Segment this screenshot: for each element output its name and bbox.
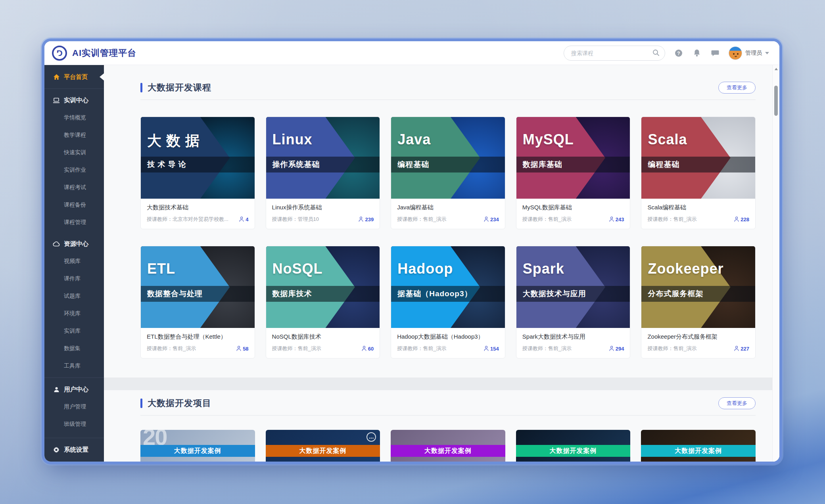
search-icon[interactable]	[652, 49, 660, 57]
person-icon	[484, 217, 489, 222]
student-count: 4	[239, 217, 248, 222]
course-thumbnail: Zookeeper 分布式服务框架	[641, 246, 755, 328]
course-thumbnail: MySQL 数据库基础	[516, 117, 630, 199]
section-title: 大数据开发项目	[148, 397, 211, 409]
course-card[interactable]: NoSQL 数据库技术 NoSQL数据库技术 授课教师：售前_演示 60	[266, 246, 380, 358]
course-teacher: 授课教师：售前_演示	[647, 216, 731, 223]
course-title: ETL数据整合与处理（Kettle）	[147, 333, 249, 341]
sidebar-item[interactable]: 实训库	[44, 322, 104, 340]
project-card-grid: 20 大数据开发案例 ... 大数据开发案例 大数据开发案例 大数据开发案例	[140, 430, 756, 462]
sidebar-item[interactable]: 教学课程	[44, 126, 104, 144]
course-card[interactable]: Java 编程基础 Java编程基础 授课教师：售前_演示 234	[391, 117, 505, 229]
sidebar-item[interactable]: 课程管理	[44, 214, 104, 231]
student-count: 234	[484, 217, 499, 222]
person-icon	[236, 346, 241, 351]
course-thumbnail: 大 数 据 技 术 导 论	[141, 117, 255, 199]
student-count: 294	[609, 346, 624, 352]
student-count: 239	[359, 217, 374, 222]
course-thumbnail: Linux 操作系统基础	[266, 117, 380, 199]
notification-bell-icon[interactable]	[692, 48, 702, 58]
view-more-button[interactable]: 查看更多	[718, 82, 756, 94]
person-icon	[734, 217, 739, 222]
main-content: 大数据开发课程 查看更多 大 数 据 技 术 导 论 大数据技术基础	[104, 65, 779, 462]
search-box	[564, 46, 665, 61]
active-item-notch	[100, 73, 104, 80]
project-card[interactable]: ... 大数据开发案例	[266, 430, 380, 462]
sidebar-item[interactable]: 数据集	[44, 340, 104, 357]
course-title: Spark大数据技术与应用	[522, 333, 624, 341]
user-avatar	[729, 46, 742, 60]
course-card[interactable]: Spark 大数据技术与应用 Spark大数据技术与应用 授课教师：售前_演示 …	[516, 246, 631, 358]
home-icon	[52, 74, 60, 80]
sidebar-group-system-settings[interactable]: 系统设置	[44, 441, 104, 458]
sidebar-item[interactable]: 实训作业	[44, 161, 104, 179]
course-teacher: 授课教师：售前_演示	[397, 345, 481, 352]
sidebar-item[interactable]: 班级管理	[44, 416, 104, 433]
scroll-up-arrow-icon[interactable]	[775, 68, 778, 70]
messages-icon[interactable]	[710, 48, 720, 58]
course-card[interactable]: ETL 数据整合与处理 ETL数据整合与处理（Kettle） 授课教师：售前_演…	[140, 246, 255, 358]
sidebar-item[interactable]: 用户管理	[44, 398, 104, 416]
sidebar-item[interactable]: 课程考试	[44, 179, 104, 196]
section-big-data-projects: 大数据开发项目 查看更多 20 大数据开发案例 ... 大数据开发案例	[104, 390, 779, 462]
sidebar-group-resource-center[interactable]: 资源中心	[44, 235, 104, 253]
sidebar-item[interactable]: 课程备份	[44, 196, 104, 214]
section-accent-bar	[140, 399, 142, 408]
laptop-icon	[52, 98, 60, 103]
section-big-data-courses: 大数据开发课程 查看更多 大 数 据 技 术 导 论 大数据技术基础	[104, 65, 779, 378]
sidebar-item[interactable]: 课件库	[44, 270, 104, 287]
course-thumbnail: Spark 大数据技术与应用	[516, 246, 630, 328]
vertical-scrollbar[interactable]	[772, 65, 779, 462]
section-divider	[140, 100, 756, 100]
course-thumbnail: Scala 编程基础	[641, 117, 755, 199]
project-card[interactable]: 大数据开发案例	[391, 430, 505, 462]
sidebar-item[interactable]: 试题库	[44, 287, 104, 305]
section-gap	[104, 378, 779, 390]
help-icon[interactable]: ?	[674, 48, 683, 58]
app-header: D AI实训管理平台 ?	[44, 41, 779, 65]
sidebar-item[interactable]: 工具库	[44, 357, 104, 375]
cloud-icon	[52, 241, 60, 247]
course-teacher: 授课教师：售前_演示	[522, 216, 606, 223]
course-card[interactable]: Hadoop 据基础（Hadoop3） Hadoop大数据基础（Hadoop3）…	[391, 246, 505, 358]
student-count: 228	[734, 217, 749, 222]
student-count: 58	[236, 346, 248, 352]
search-input[interactable]	[564, 46, 665, 61]
gear-icon	[52, 447, 60, 453]
chevron-down-icon	[765, 52, 769, 54]
sidebar-divider	[44, 378, 104, 378]
course-card[interactable]: Linux 操作系统基础 Linux操作系统基础 授课教师：管理员10 239	[266, 117, 380, 229]
course-title: MySQL数据库基础	[522, 204, 624, 211]
sidebar-item[interactable]: 视频库	[44, 253, 104, 270]
sidebar-item[interactable]: 环境库	[44, 305, 104, 322]
person-icon	[734, 346, 739, 351]
ellipsis-badge-icon: ...	[366, 432, 376, 442]
course-card[interactable]: Scala 编程基础 Scala编程基础 授课教师：售前_演示 228	[641, 117, 756, 229]
sidebar-item-home[interactable]: 平台首页	[44, 68, 104, 86]
view-more-button[interactable]: 查看更多	[718, 397, 756, 409]
user-menu[interactable]: 管理员	[729, 46, 769, 60]
sidebar-item[interactable]: 快速实训	[44, 144, 104, 161]
course-card[interactable]: MySQL 数据库基础 MySQL数据库基础 授课教师：售前_演示 243	[516, 117, 631, 229]
project-banner: 大数据开发案例	[516, 445, 631, 457]
course-card[interactable]: 大 数 据 技 术 导 论 大数据技术基础 授课教师：北京市对外贸易学校教...…	[140, 117, 255, 229]
course-thumbnail: ETL 数据整合与处理	[141, 246, 255, 328]
scrollbar-thumb[interactable]	[774, 86, 778, 116]
course-thumbnail: Java 编程基础	[391, 117, 505, 199]
course-title: Java编程基础	[397, 204, 499, 211]
sidebar-group-user-center[interactable]: 用户中心	[44, 381, 104, 398]
course-title: 大数据技术基础	[147, 204, 249, 211]
project-card[interactable]: 大数据开发案例	[641, 430, 756, 462]
sidebar-group-training-center[interactable]: 实训中心	[44, 92, 104, 109]
app-logo-icon: D	[52, 45, 67, 61]
course-title: Scala编程基础	[647, 204, 749, 211]
project-card[interactable]: 20 大数据开发案例	[140, 430, 255, 462]
project-banner: 大数据开发案例	[641, 445, 756, 457]
course-title: Hadoop大数据基础（Hadoop3）	[397, 333, 499, 341]
project-card[interactable]: 大数据开发案例	[516, 430, 631, 462]
course-thumbnail: NoSQL 数据库技术	[266, 246, 380, 328]
sidebar-item[interactable]: 学情概览	[44, 109, 104, 126]
app-title: AI实训管理平台	[72, 47, 136, 59]
section-divider	[140, 415, 756, 416]
course-card[interactable]: Zookeeper 分布式服务框架 Zookeeper分布式服务框架 授课教师：…	[641, 246, 756, 358]
